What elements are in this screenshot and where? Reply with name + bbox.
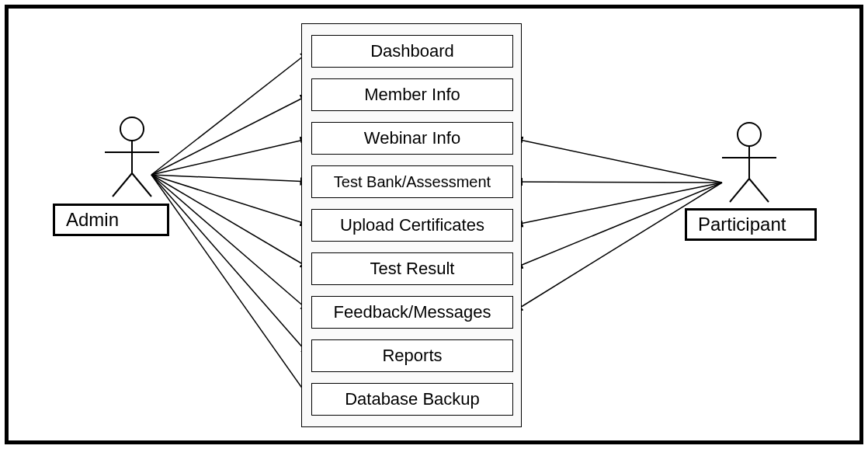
usecase-container: Dashboard Member Info Webinar Info Test …: [301, 23, 522, 427]
actor-admin-label: Admin: [53, 204, 169, 236]
usecase-database-backup: Database Backup: [311, 383, 513, 416]
svg-line-24: [749, 179, 769, 202]
svg-line-10: [512, 138, 722, 183]
usecase-label: Reports: [382, 346, 442, 366]
usecase-label: Test Result: [370, 259, 455, 279]
usecase-label: Dashboard: [370, 41, 454, 61]
usecase-dashboard: Dashboard: [311, 35, 513, 68]
participant-label-text: Participant: [698, 214, 786, 235]
usecase-reports: Reports: [311, 339, 513, 372]
svg-line-8: [151, 175, 311, 357]
usecase-test-result: Test Result: [311, 252, 513, 285]
svg-line-23: [730, 179, 749, 202]
usecase-label: Test Bank/Assessment: [334, 173, 491, 191]
actor-admin-icon: [97, 115, 190, 200]
svg-line-9: [151, 175, 311, 400]
usecase-feedback-messages: Feedback/Messages: [311, 296, 513, 329]
svg-line-11: [512, 182, 722, 183]
actor-participant-label: Participant: [685, 208, 817, 241]
svg-point-20: [738, 123, 761, 146]
admin-label-text: Admin: [66, 209, 119, 230]
diagram-canvas: Admin Participant Dashboard Member Info …: [0, 0, 868, 449]
usecase-upload-certificates: Upload Certificates: [311, 209, 513, 242]
usecase-label: Webinar Info: [364, 128, 460, 148]
usecase-test-bank-assessment: Test Bank/Assessment: [311, 165, 513, 198]
usecase-member-info: Member Info: [311, 78, 513, 111]
usecase-webinar-info: Webinar Info: [311, 122, 513, 155]
svg-line-14: [512, 183, 722, 312]
usecase-label: Feedback/Messages: [334, 302, 491, 322]
usecase-label: Member Info: [364, 85, 460, 105]
svg-line-18: [113, 173, 132, 197]
svg-point-15: [120, 117, 144, 141]
usecase-label: Upload Certificates: [340, 215, 484, 235]
actor-participant-icon: [714, 120, 807, 206]
svg-line-19: [132, 173, 151, 197]
usecase-label: Database Backup: [345, 389, 480, 409]
